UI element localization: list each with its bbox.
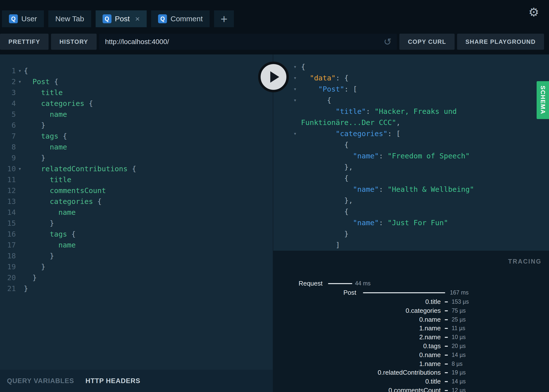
fold-gutter	[16, 196, 24, 207]
indent	[24, 165, 41, 173]
indent	[301, 207, 344, 216]
editor-line: 14 name	[0, 207, 273, 218]
schema-sidebar-tab[interactable]: SCHEMA	[537, 81, 549, 119]
punctuation: {	[344, 174, 349, 182]
execute-query-button[interactable]	[258, 62, 289, 92]
query-editor-pane[interactable]: 1▼{2▼ Post {3 title4 categories {5 name6…	[0, 54, 273, 392]
fold-gutter	[16, 98, 24, 109]
history-button[interactable]: HISTORY	[51, 34, 97, 50]
tracing-row-time: 14 µs	[452, 378, 466, 385]
fold-arrow-icon[interactable]: ▼	[289, 73, 301, 84]
line-number: 11	[0, 174, 16, 185]
prettify-button[interactable]: PRETTIFY	[0, 34, 49, 50]
right-column: ▼{▼ "data": {▼ "Post": [▼ { "title": "Ha…	[273, 54, 549, 392]
tab-user[interactable]: Q User	[2, 10, 44, 27]
punctuation: :	[379, 152, 387, 160]
tracing-row-time: 75 µs	[452, 307, 466, 314]
response-code: {	[301, 139, 349, 150]
query-code: relatedContributions {	[24, 163, 136, 174]
fold-arrow-icon[interactable]: ▼	[289, 61, 301, 73]
tracing-row-time: 20 µs	[452, 343, 466, 349]
indent	[24, 252, 50, 260]
tracing-row-label: 0.name	[273, 316, 441, 323]
punctuation: :	[379, 185, 387, 194]
punctuation: }	[50, 252, 54, 260]
fold-arrow-icon[interactable]: ▼	[16, 163, 24, 174]
settings-gear-icon[interactable]: ⚙	[528, 6, 539, 18]
fold-gutter	[16, 240, 24, 250]
http-headers-tab[interactable]: HTTP HEADERS	[85, 377, 140, 385]
tracing-root-time: 167 ms	[450, 289, 468, 296]
tracing-row-time: 25 µs	[452, 316, 466, 323]
fold-gutter	[289, 195, 301, 206]
response-line: ▼ {	[273, 95, 549, 106]
punctuation: {	[58, 132, 67, 140]
fold-gutter	[289, 217, 301, 228]
field-name: name	[50, 143, 67, 151]
indent	[24, 77, 32, 86]
editor-line: 16 tags {	[0, 229, 273, 240]
tracing-root-bar	[363, 292, 445, 293]
tab-label: New Tab	[55, 15, 84, 23]
tab-new-tab[interactable]: New Tab	[48, 10, 91, 27]
close-tab-icon[interactable]: ×	[135, 15, 140, 23]
main-area: 1▼{2▼ Post {3 title4 categories {5 name6…	[0, 54, 549, 392]
query-editor[interactable]: 1▼{2▼ Post {3 title4 categories {5 name6…	[0, 54, 273, 370]
tab-post[interactable]: Q Post ×	[96, 10, 147, 27]
indent	[24, 197, 50, 206]
fold-arrow-icon[interactable]: ▼	[16, 65, 24, 76]
tracing-row-time: 14 µs	[452, 352, 466, 358]
line-number: 19	[0, 261, 16, 272]
punctuation: {	[344, 207, 349, 216]
new-tab-button[interactable]: +	[214, 10, 234, 27]
punctuation: {	[344, 141, 349, 149]
tab-comment[interactable]: Q Comment	[151, 10, 210, 27]
response-line: }	[273, 228, 549, 240]
tracing-request-label: Request	[273, 280, 323, 287]
tracing-row-time: 153 µs	[452, 298, 469, 305]
punctuation: ,	[396, 118, 400, 127]
response-line: Funktionäre...Der CCC",	[273, 117, 549, 128]
tracing-row-bar	[445, 364, 448, 365]
fold-arrow-icon[interactable]: ▼	[289, 128, 301, 139]
field-name: name	[58, 241, 76, 249]
tab-label: User	[21, 15, 37, 23]
indent	[301, 74, 310, 82]
endpoint-url-input[interactable]	[105, 38, 384, 46]
tracing-row-time: 12 µs	[452, 387, 466, 392]
query-code: name	[24, 109, 67, 120]
query-badge-icon: Q	[9, 14, 18, 23]
fold-arrow-icon[interactable]: ▼	[289, 84, 301, 95]
punctuation: }	[24, 284, 28, 293]
tracing-row-label: 0.title	[273, 298, 441, 306]
line-number: 15	[0, 218, 16, 229]
punctuation: : [	[344, 85, 357, 93]
endpoint-url-box: ↺	[99, 34, 397, 50]
response-code: {	[301, 206, 349, 217]
response-line: ▼ "data": {	[273, 73, 549, 84]
reload-schema-icon[interactable]: ↺	[384, 37, 392, 47]
response-code: "data": {	[301, 73, 349, 84]
punctuation: },	[344, 196, 353, 205]
field-name: relatedContributions	[41, 165, 128, 173]
response-code: {	[301, 173, 349, 184]
json-key: "name"	[353, 185, 379, 194]
copy-curl-button[interactable]: COPY CURL	[399, 34, 454, 50]
share-playground-button[interactable]: SHARE PLAYGROUND	[457, 34, 544, 50]
indent	[24, 219, 50, 227]
fold-gutter	[289, 240, 301, 251]
query-variables-tab[interactable]: QUERY VARIABLES	[7, 377, 74, 385]
fold-arrow-icon[interactable]: ▼	[289, 95, 301, 106]
line-number: 20	[0, 272, 16, 283]
editor-line: 19 }	[0, 261, 273, 272]
response-code: Funktionäre...Der CCC",	[301, 117, 401, 128]
field-name: tags	[50, 230, 67, 238]
tracing-row-time: 11 µs	[452, 325, 465, 332]
indent	[24, 99, 41, 108]
fold-gutter	[16, 142, 24, 152]
response-line: {	[273, 206, 549, 217]
tracing-row-bar	[445, 390, 448, 391]
fold-arrow-icon[interactable]: ▼	[16, 76, 24, 87]
indent	[24, 186, 50, 195]
indent	[24, 208, 58, 217]
